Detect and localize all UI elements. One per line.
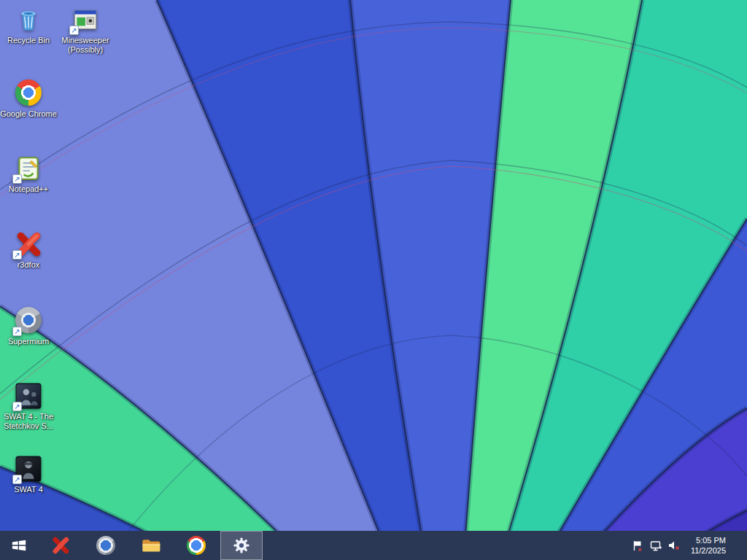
taskbar-clock[interactable]: 5:05 PM 11/2/2025 [688, 534, 729, 557]
notepadpp-icon: ↗ [15, 155, 42, 182]
supermium-icon [96, 536, 115, 555]
minesweeper-icon: ↗ [71, 6, 99, 34]
shortcut-arrow-overlay: ↗ [69, 26, 79, 35]
shortcut-arrow-overlay: ↗ [12, 475, 22, 484]
desktop-icon-label: Notepad++ [0, 184, 57, 194]
desktop-icon-label: Google Chrome [0, 109, 57, 119]
recycle-bin-icon [15, 6, 42, 34]
desktop-icon-notepadpp[interactable]: ↗ Notepad++ [0, 155, 57, 194]
chrome-icon [15, 79, 42, 107]
taskbar-button-file-explorer[interactable] [130, 531, 172, 560]
network-icon[interactable] [650, 540, 662, 552]
gear-icon [233, 537, 250, 554]
swat4-icon: ↗ [15, 455, 42, 483]
start-button[interactable] [0, 531, 38, 560]
desktop-icon-r3dfox[interactable]: ↗ r3dfox [0, 230, 57, 270]
desktop[interactable]: Recycle Bin ↗ Minesweeper (Possibly) Goo… [0, 0, 747, 560]
shortcut-arrow-overlay: ↗ [12, 174, 22, 184]
clock-date: 11/2/2025 [691, 545, 726, 556]
windows-logo-icon [11, 537, 27, 553]
taskbar-button-r3dfox[interactable] [39, 531, 82, 560]
supermium-icon: ↗ [15, 307, 42, 335]
desktop-icon-label: Supermium [0, 337, 57, 346]
desktop-icon-recycle-bin[interactable]: Recycle Bin [0, 6, 57, 45]
shortcut-arrow-overlay: ↗ [12, 250, 22, 260]
desktop-icon-label: r3dfox [0, 260, 57, 270]
desktop-icon-label: Recycle Bin [0, 36, 57, 45]
taskbar-button-settings-active[interactable] [220, 531, 263, 560]
taskbar: 5:05 PM 11/2/2025 [0, 531, 747, 560]
shortcut-arrow-overlay: ↗ [12, 402, 22, 411]
desktop-icon-google-chrome[interactable]: Google Chrome [0, 79, 57, 119]
r3dfox-icon [51, 536, 70, 555]
shortcut-arrow-overlay: ↗ [12, 327, 22, 336]
volume-muted-icon[interactable] [668, 540, 681, 552]
desktop-icon-swat4-stetchkov[interactable]: ↗ SWAT 4 - The Stetchkov S... [0, 382, 57, 431]
file-explorer-icon [141, 537, 161, 554]
taskbar-button-google-chrome[interactable] [175, 531, 217, 560]
maintenance-flag-icon[interactable] [632, 540, 644, 552]
desktop-icon-label: Minesweeper (Possibly) [57, 36, 114, 55]
chrome-icon [187, 536, 206, 555]
system-tray: 5:05 PM 11/2/2025 [632, 531, 747, 560]
desktop-icon-label: SWAT 4 - The Stetchkov S... [0, 412, 57, 431]
r3dfox-icon: ↗ [15, 230, 42, 258]
desktop-icon-swat4[interactable]: ↗ SWAT 4 [0, 455, 57, 494]
desktop-icon-minesweeper[interactable]: ↗ Minesweeper (Possibly) [57, 6, 114, 55]
desktop-icon-label: SWAT 4 [0, 485, 57, 494]
swat4-expansion-icon: ↗ [15, 382, 42, 410]
taskbar-button-supermium[interactable] [85, 531, 127, 560]
wallpaper [0, 0, 747, 560]
clock-time: 5:05 PM [691, 535, 726, 545]
desktop-icon-supermium[interactable]: ↗ Supermium [0, 306, 57, 346]
tray-icons [632, 540, 681, 552]
